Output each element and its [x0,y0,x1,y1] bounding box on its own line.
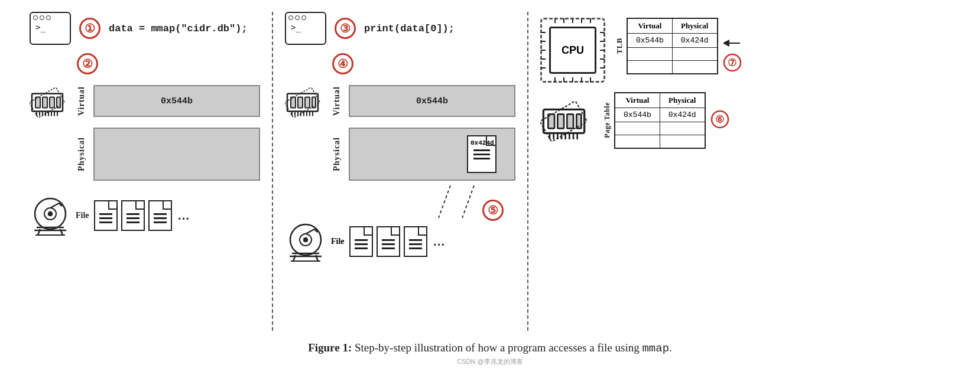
step1-code-line: >_ ① data = mmap("cidr.db"); [30,12,248,45]
caption-description: Step-by-step illustration of how a progr… [355,341,642,354]
file-line [126,213,139,215]
pt-label: Page Table [603,102,612,138]
svg-line-39 [462,185,474,218]
file-line [154,221,167,223]
svg-rect-27 [305,97,310,108]
file-lines-m3 [409,239,422,249]
step4-inline: ④ [332,53,353,74]
pt-row-1: 0x544b 0x424d [615,108,705,122]
disk-icon-middle [285,221,326,262]
ram-icon-middle [285,85,320,120]
section-right: CPU [528,12,753,149]
ram-icon-left [30,85,65,120]
file-label-middle: File [331,237,345,246]
doc-line [473,158,490,159]
file-line [126,217,139,219]
step2-inline: ② [77,53,98,74]
svg-point-16 [48,212,52,216]
cpu-pins-top [549,18,596,23]
tlb-row-1: 0x544b 0x424d [627,34,718,48]
pt-table: Virtual Physical 0x544b 0x424d [614,92,706,149]
virtual-bar-left: 0x544b [93,85,260,117]
file-lines-2 [126,213,139,223]
step3-code: print(data[0]); [364,23,455,34]
ram-icon-right [540,98,588,145]
tlb-label: TLB [615,38,624,54]
section-middle: >_ ③ print(data[0]); ④ [273,12,527,262]
terminal-dots-2 [288,15,323,20]
pt-cell-v1: 0x544b [615,108,660,122]
step3-badge: ③ [335,18,356,39]
tlb-cell-v1: 0x544b [627,34,672,48]
dashed-connector: ⑤ [285,185,515,221]
tlb-table-area: Virtual Physical 0x544b 0x424d [627,18,718,74]
disk-icon-left [30,195,71,236]
file-line [99,217,112,219]
physical-label-middle: Physical [332,137,345,171]
file-line [355,239,368,241]
figure-label: Figure 1: [308,341,352,354]
ram-left [30,85,71,120]
pt-wrapper: Page Table Virtual Physical 0x544b [603,92,731,149]
cpu-tlb-row: CPU [540,18,753,83]
pt-table-area: Virtual Physical 0x544b 0x424d [614,92,706,149]
file-row-left: File [30,195,190,236]
terminal-cursor-1: >_ [35,22,67,32]
file-lines-1 [99,213,112,223]
dot-3 [46,15,51,20]
svg-point-42 [304,238,307,242]
dot-2 [40,15,44,20]
svg-rect-73 [557,114,564,128]
dot-5 [295,15,300,20]
tlb-table: Virtual Physical 0x544b 0x424d [627,18,718,74]
physical-bar-left [93,128,260,181]
svg-rect-3 [50,97,54,108]
tlb-col-physical: Physical [672,18,717,34]
pt-row-2 [615,122,705,135]
step5-badge: ⑤ [482,200,504,221]
step3-code-line: >_ ③ print(data[0]); [285,12,455,45]
file-row-middle: File [285,221,445,262]
file-line [409,247,422,249]
file-doc-2 [121,200,145,231]
file-line [382,247,395,249]
virtual-addr-middle: 0x544b [411,95,453,107]
virtual-label-left: Virtual [77,86,90,116]
step1-badge: ① [79,18,100,39]
memory-middle: Virtual 0x544b Physical 0x424d [285,79,515,185]
section-left: >_ ① data = mmap("cidr.db"); ② [18,12,272,236]
tlb-empty-4 [672,61,717,74]
step1-code: data = mmap("cidr.db"); [109,23,248,34]
file-doc-m1 [349,226,373,257]
file-dots-middle: … [433,235,445,249]
svg-rect-26 [298,97,303,108]
cpu-pins-bottom [549,77,596,82]
tlb-cell-p1: 0x424d [672,34,717,48]
file-line [154,213,167,215]
pt-col-virtual: Virtual [615,93,660,108]
tlb-empty-1 [627,48,672,61]
svg-line-38 [439,185,450,218]
virtual-row-left: Virtual 0x544b [77,85,260,117]
file-line [409,243,422,245]
pt-empty-4 [660,135,705,148]
file-doc-1 [94,200,118,231]
pt-row-3 [615,135,705,148]
file-label-left: File [76,211,89,220]
terminal-window-2: >_ [285,12,326,45]
cpu-label: CPU [562,44,584,57]
pt-cell-p1: 0x424d [660,108,705,122]
file-lines-m1 [355,239,368,249]
ram-middle [285,85,326,120]
file-line [99,213,112,215]
caption-code: mmap [642,342,669,355]
pt-col-physical: Physical [660,93,705,108]
virtual-label-middle: Virtual [332,86,345,116]
figure-caption: Figure 1: Step-by-step illustration of h… [308,341,672,355]
doc-line [473,149,490,151]
doc-addr: 0x424d [470,139,494,146]
tlb-col-virtual: Virtual [627,18,672,34]
bars-left: Virtual 0x544b Physical [77,85,260,185]
pt-empty-1 [615,122,660,135]
file-dots-left: … [178,209,190,223]
